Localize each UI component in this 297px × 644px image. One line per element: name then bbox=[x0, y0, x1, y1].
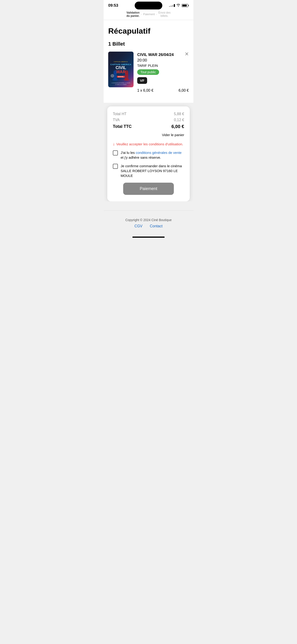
checkbox-cgv[interactable] bbox=[113, 150, 118, 156]
price-quantity: 1 x 6,00 € bbox=[137, 88, 153, 92]
movie-tarif: TARIF PLEIN bbox=[137, 64, 189, 68]
breadcrumb-step-3: Envoi desbillets. bbox=[158, 11, 170, 18]
tva-value: 0,12 € bbox=[174, 118, 184, 122]
warning-arrow-icon: ↓ bbox=[113, 142, 115, 146]
checkbox-confirm-label: Je confirme commander dans le cinéma SAL… bbox=[121, 164, 184, 178]
total-ht-label: Total HT bbox=[113, 112, 127, 116]
status-time: 09:53 bbox=[108, 3, 118, 8]
vf-badge: VF bbox=[137, 77, 147, 84]
summary-box: Total HT 5,88 € TVA 0,12 € Total TTC 6,0… bbox=[107, 106, 190, 201]
breadcrumb-step-2: Paiement bbox=[143, 13, 155, 16]
checkbox-confirm-row: Je confirme commander dans le cinéma SAL… bbox=[113, 164, 184, 178]
footer-contact-link[interactable]: Contact bbox=[150, 224, 162, 228]
movie-info: CIVIL WAR 26/04/24 20:00 TARIF PLEIN Tou… bbox=[137, 52, 189, 92]
main-content: Récapulatif 1 Billet CAPTAIN AMERICA CAP… bbox=[104, 20, 194, 103]
breadcrumb-step-1: Validationdu panier. bbox=[126, 11, 140, 18]
checkbox-cgv-label: J'ai lu les conditions générales de vent… bbox=[121, 150, 184, 160]
svg-point-6 bbox=[111, 74, 114, 78]
home-bar bbox=[132, 236, 164, 238]
breadcrumb: Validationdu panier. › Paiement › Envoi … bbox=[104, 10, 194, 20]
price-item-total: 6,00 € bbox=[179, 88, 189, 92]
checkbox-cgv-after: et j'y adhère sans réserve. bbox=[121, 156, 161, 160]
svg-point-2 bbox=[125, 70, 128, 74]
footer-cgv-link[interactable]: CGV bbox=[134, 224, 142, 228]
signal-icon bbox=[169, 4, 175, 7]
movie-poster: CAPTAIN AMERICA CAPTAIN AMERICA CIVIL WA… bbox=[108, 52, 134, 87]
page-title: Récapulatif bbox=[108, 26, 189, 36]
remove-movie-button[interactable]: ✕ bbox=[185, 52, 189, 57]
footer-copyright: Copyright © 2024 Ciné Boutique bbox=[108, 218, 189, 222]
total-ttc-row: Total TTC 6,00 € bbox=[113, 124, 184, 129]
footer-links: CGV Contact bbox=[108, 224, 189, 228]
movie-time: 20:00 bbox=[137, 58, 189, 63]
poster-top-text: CAPTAIN AMERICA bbox=[114, 61, 128, 62]
payment-button[interactable]: Paiement bbox=[123, 183, 174, 195]
vider-panier-container: Vider le panier bbox=[113, 133, 184, 137]
spacer bbox=[104, 201, 194, 210]
tva-label: TVA bbox=[113, 118, 120, 122]
total-ttc-value: 6,00 € bbox=[171, 124, 184, 129]
checkbox-cgv-row: J'ai lu les conditions générales de vent… bbox=[113, 150, 184, 160]
vider-panier-link[interactable]: Vider le panier bbox=[162, 133, 184, 137]
movie-card: CAPTAIN AMERICA CAPTAIN AMERICA CIVIL WA… bbox=[108, 52, 189, 92]
cgv-warning-text: Veuillez accepter les conditions d'utili… bbox=[116, 142, 183, 146]
status-bar: 09:53 bbox=[104, 0, 194, 10]
dynamic-island bbox=[135, 2, 162, 10]
status-icons bbox=[169, 4, 189, 7]
total-ttc-label: Total TTC bbox=[113, 124, 132, 129]
checkbox-cgv-before: J'ai lu les bbox=[121, 151, 136, 154]
breadcrumb-sep-2: › bbox=[156, 13, 157, 16]
breadcrumb-sep-1: › bbox=[141, 13, 142, 16]
movie-title: CIVIL WAR 26/04/24 bbox=[137, 52, 189, 57]
tout-public-tag: Tout public bbox=[137, 69, 159, 75]
price-row: 1 x 6,00 € 6,00 € bbox=[137, 88, 189, 92]
battery-icon bbox=[182, 4, 189, 7]
cgv-warning: ↓ Veuillez accepter les conditions d'uti… bbox=[113, 142, 184, 146]
cgv-link[interactable]: conditions générales de vente bbox=[136, 151, 182, 154]
wifi-icon bbox=[176, 4, 180, 7]
total-ht-value: 5,88 € bbox=[174, 112, 184, 116]
total-ht-row: Total HT 5,88 € bbox=[113, 112, 184, 116]
svg-point-5 bbox=[114, 70, 117, 74]
poster-characters bbox=[108, 67, 134, 81]
tva-row: TVA 0,12 € bbox=[113, 118, 184, 122]
poster-bottom-text: LA DIVISION ENTRAÎNE LA CHUTE 27 AVRIL A… bbox=[112, 82, 130, 86]
section-title: 1 Billet bbox=[108, 41, 189, 47]
checkbox-confirm[interactable] bbox=[113, 164, 118, 169]
home-indicator bbox=[104, 234, 194, 242]
footer: Copyright © 2024 Ciné Boutique CGV Conta… bbox=[104, 211, 194, 234]
